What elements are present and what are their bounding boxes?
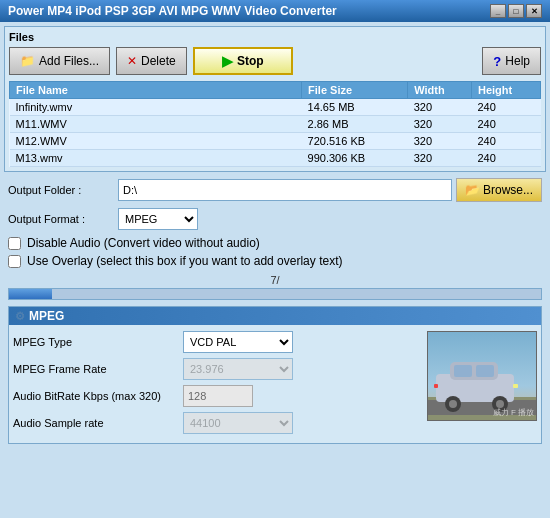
window-controls[interactable]: _ □ ✕ (490, 4, 542, 18)
mpeg-samplerate-select[interactable]: 44100 (183, 412, 293, 434)
col-header-height: Height (471, 82, 540, 99)
cell-filename: M12.WMV (10, 133, 302, 150)
delete-button[interactable]: Delete (116, 47, 187, 75)
progress-bar-fill (9, 289, 52, 299)
progress-bar (8, 288, 542, 300)
cell-width: 320 (408, 150, 472, 167)
progress-area: 7/ (8, 274, 542, 300)
svg-rect-5 (454, 365, 472, 377)
cell-filesize: 990.306 KB (302, 150, 408, 167)
mpeg-section: MPEG MPEG Type VCD PALVCD NTSCSVCD PALSV… (8, 306, 542, 444)
col-header-filename: File Name (10, 82, 302, 99)
col-header-filesize: File Size (302, 82, 408, 99)
maximize-button[interactable]: □ (508, 4, 524, 18)
video-preview: 威力 F 播放 (427, 331, 537, 421)
minimize-button[interactable]: _ (490, 4, 506, 18)
table-row[interactable]: M13.wmv 990.306 KB 320 240 (10, 150, 541, 167)
output-format-select[interactable]: MPEGMP4AVIWMV3GP (118, 208, 198, 230)
cell-filesize: 720.516 KB (302, 133, 408, 150)
output-format-label: Output Format : (8, 213, 118, 225)
play-icon (222, 53, 233, 69)
browse-button[interactable]: Browse... (456, 178, 542, 202)
mpeg-gear-icon (15, 309, 25, 323)
files-group: Files Add Files... Delete Stop Help (4, 26, 546, 172)
progress-label: 7/ (8, 274, 542, 286)
disable-audio-checkbox[interactable] (8, 237, 21, 250)
use-overlay-label: Use Overlay (select this box if you want… (27, 254, 342, 268)
cell-filename: M11.WMV (10, 116, 302, 133)
cell-height: 240 (471, 150, 540, 167)
mpeg-framerate-row: MPEG Frame Rate 23.976 (13, 358, 421, 380)
mpeg-title-bar: MPEG (9, 307, 541, 325)
cell-height: 240 (471, 133, 540, 150)
mpeg-type-select[interactable]: VCD PALVCD NTSCSVCD PALSVCD NTSCDVD PALD… (183, 331, 293, 353)
cell-filename: Infinity.wmv (10, 99, 302, 116)
output-folder-input[interactable] (118, 179, 452, 201)
svg-rect-6 (476, 365, 494, 377)
output-folder-row: Output Folder : Browse... (8, 178, 542, 202)
disable-audio-label: Disable Audio (Convert video without aud… (27, 236, 260, 250)
file-table: File Name File Size Width Height Infinit… (9, 81, 541, 167)
add-files-button[interactable]: Add Files... (9, 47, 110, 75)
close-button[interactable]: ✕ (526, 4, 542, 18)
mpeg-framerate-select[interactable]: 23.976 (183, 358, 293, 380)
mpeg-audiobitrate-row: Audio BitRate Kbps (max 320) (13, 385, 421, 407)
files-group-label: Files (9, 31, 541, 43)
title-bar: Power MP4 iPod PSP 3GP AVI MPG WMV Video… (0, 0, 550, 22)
svg-rect-11 (513, 384, 518, 388)
table-row[interactable]: M11.WMV 2.86 MB 320 240 (10, 116, 541, 133)
mpeg-audiobitrate-input[interactable] (183, 385, 253, 407)
mpeg-type-row: MPEG Type VCD PALVCD NTSCSVCD PALSVCD NT… (13, 331, 421, 353)
add-icon (20, 54, 35, 68)
col-header-width: Width (408, 82, 472, 99)
output-format-row: Output Format : MPEGMP4AVIWMV3GP (8, 208, 542, 230)
use-overlay-row: Use Overlay (select this box if you want… (8, 254, 542, 268)
mpeg-title: MPEG (29, 309, 64, 323)
cell-width: 320 (408, 99, 472, 116)
mpeg-audiobitrate-label: Audio BitRate Kbps (max 320) (13, 390, 183, 402)
folder-icon (465, 183, 480, 197)
stop-button[interactable]: Stop (193, 47, 293, 75)
cell-height: 240 (471, 116, 540, 133)
mpeg-framerate-label: MPEG Frame Rate (13, 363, 183, 375)
main-container: Files Add Files... Delete Stop Help (0, 22, 550, 452)
mpeg-samplerate-row: Audio Sample rate 44100 (13, 412, 421, 434)
delete-icon (127, 54, 137, 68)
delete-label: Delete (141, 54, 176, 68)
cell-height: 240 (471, 99, 540, 116)
cell-filename: M13.wmv (10, 150, 302, 167)
mpeg-samplerate-label: Audio Sample rate (13, 417, 183, 429)
browse-label: Browse... (483, 183, 533, 197)
toolbar: Add Files... Delete Stop Help (9, 47, 541, 75)
use-overlay-checkbox[interactable] (8, 255, 21, 268)
mpeg-type-label: MPEG Type (13, 336, 183, 348)
mpeg-params: MPEG Type VCD PALVCD NTSCSVCD PALSVCD NT… (13, 331, 421, 439)
svg-rect-12 (434, 384, 438, 388)
stop-label: Stop (237, 54, 264, 68)
app-title: Power MP4 iPod PSP 3GP AVI MPG WMV Video… (8, 4, 337, 18)
cell-filesize: 14.65 MB (302, 99, 408, 116)
preview-watermark: 威力 F 播放 (493, 407, 534, 418)
add-files-label: Add Files... (39, 54, 99, 68)
svg-point-8 (449, 400, 457, 408)
help-button[interactable]: Help (482, 47, 541, 75)
settings-section: Output Folder : Browse... Output Format … (4, 178, 546, 268)
cell-width: 320 (408, 116, 472, 133)
help-label: Help (505, 54, 530, 68)
mpeg-content: MPEG Type VCD PALVCD NTSCSVCD PALSVCD NT… (13, 331, 537, 439)
table-row[interactable]: Infinity.wmv 14.65 MB 320 240 (10, 99, 541, 116)
disable-audio-row: Disable Audio (Convert video without aud… (8, 236, 542, 250)
output-folder-label: Output Folder : (8, 184, 118, 196)
cell-filesize: 2.86 MB (302, 116, 408, 133)
table-row[interactable]: M12.WMV 720.516 KB 320 240 (10, 133, 541, 150)
cell-width: 320 (408, 133, 472, 150)
help-icon (493, 54, 501, 69)
